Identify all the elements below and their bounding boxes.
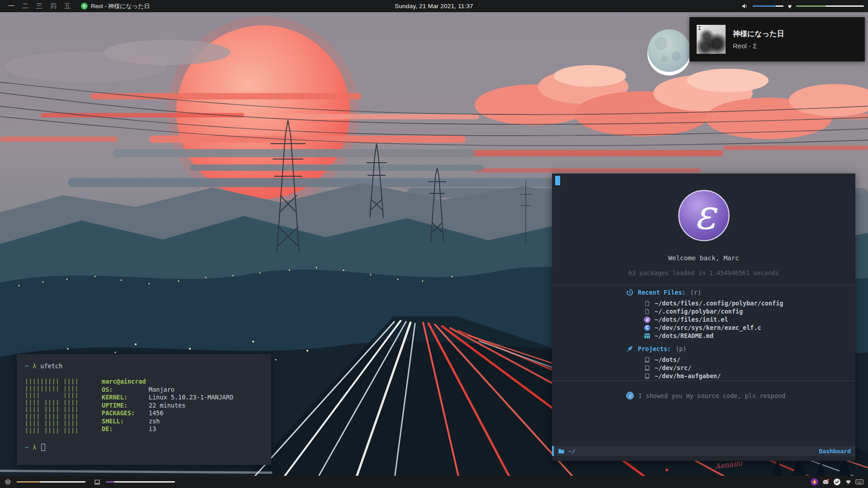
workspace-4[interactable]: 四 <box>50 2 57 10</box>
volume-slider[interactable] <box>753 5 783 7</box>
top-bar: 一二三四五 Reol - 神様になった日 Sunday, 21 Mar 2021… <box>0 0 868 12</box>
projects-section: Projects: (p) ~/dots/~/dev/src/~/dev/hm-… <box>626 345 825 380</box>
item-path: ~/.config/polybar/config <box>655 308 743 315</box>
now-playing[interactable]: Reol - 神様になった日 <box>81 2 150 10</box>
emacs-icon: ε <box>643 316 651 323</box>
item-path: ~/dots/files/.config/polybar/config <box>655 300 783 307</box>
fetch-row: SHELL:zsh <box>102 418 233 426</box>
item-path: ~/dev/src/sys/kern/exec_elf.c <box>655 324 761 331</box>
bottom-bar <box>0 476 868 488</box>
ufetch-output: ||||||||| |||| ||||||||| |||| |||| |||| … <box>25 378 233 434</box>
brightness-slider[interactable] <box>106 481 175 483</box>
emacs-modeline: ~/ Dashboard <box>552 446 855 456</box>
discord-icon[interactable] <box>821 478 830 486</box>
favorite-slider[interactable] <box>796 5 864 7</box>
ufetch-user-host: marc@aincrad <box>102 378 233 386</box>
cpu-icon <box>5 479 11 485</box>
album-art: Σ <box>697 25 726 54</box>
svg-text:ε: ε <box>694 191 718 238</box>
recent-files-section: Recent Files: (r) ~/dots/files/.config/p… <box>626 289 825 340</box>
emacs-badge-icon: ε <box>626 392 634 399</box>
desktop: Aenami 一二三四五 Reol - 神様になった日 Sunday, 21 M… <box>0 0 868 488</box>
workspace-list: 一二三四五 <box>8 2 71 10</box>
svg-text:C: C <box>645 325 648 330</box>
item-path: ~/dev/src/ <box>655 364 691 371</box>
item-path: ~/dev/hm-aufgaben/ <box>655 372 721 380</box>
dashboard-item[interactable]: ~/dev/hm-aufgaben/ <box>626 372 825 380</box>
dashboard-welcome: Welcome back, Marc <box>552 254 855 262</box>
keyboard-icon[interactable] <box>855 478 863 486</box>
item-path: ~/dots/ <box>655 356 680 363</box>
ufetch-rows: OS:ManjaroKERNEL:Linux 5.10.23-1-MANJARO… <box>102 386 233 433</box>
recent-files-shortcut: (r) <box>690 289 701 296</box>
modeline-buffer-name: Dashboard <box>819 448 851 455</box>
flame-icon[interactable] <box>810 478 818 486</box>
now-playing-title: Reol - 神様になった日 <box>91 2 150 10</box>
history-icon <box>626 289 633 296</box>
cpu-slider[interactable] <box>17 481 85 483</box>
file-icon <box>643 300 651 307</box>
prompt-path: ~ <box>25 362 28 370</box>
clang-icon: C <box>643 324 651 331</box>
notification-subtitle: Reol - Σ <box>733 42 784 50</box>
dashboard-load-info: 63 packages loaded in 1.454946561 second… <box>552 269 855 277</box>
dashboard-item[interactable]: ~/dev/src/ <box>626 364 825 372</box>
separator <box>552 285 855 286</box>
fetch-row: OS:Manjaro <box>102 386 233 394</box>
terminal-command: ufetch <box>40 362 62 370</box>
separator <box>552 380 855 381</box>
recent-files-title: Recent Files: <box>638 289 686 296</box>
fetch-row: UPTIME:22 minutes <box>102 402 233 410</box>
svg-text:ε: ε <box>646 316 649 323</box>
modeline-path: ~/ <box>568 448 576 455</box>
repo-icon <box>643 365 651 371</box>
projects-list: ~/dots/~/dev/src/~/dev/hm-aufgaben/ <box>626 356 825 380</box>
heart-icon: ♥ <box>788 3 792 9</box>
prompt-symbol: λ <box>33 444 36 451</box>
display-icon <box>94 479 101 486</box>
spotify-icon <box>81 3 88 9</box>
projects-header[interactable]: Projects: (p) <box>626 345 825 352</box>
moon <box>647 29 691 75</box>
dashboard-item[interactable]: ε~/dots/files/init.el <box>626 315 825 324</box>
ufetch-ascii: ||||||||| |||| ||||||||| |||| |||| |||| … <box>25 378 94 434</box>
dashboard-item[interactable]: ~/dots/files/.config/polybar/config <box>626 299 825 307</box>
recent-files-header[interactable]: Recent Files: (r) <box>626 289 825 296</box>
music-notification[interactable]: Σ 神様になった日 Reol - Σ <box>689 17 865 61</box>
dashboard-item[interactable]: ~/.config/polybar/config <box>626 307 825 315</box>
emacs-logo: ε <box>677 189 731 244</box>
footer-message: I showed you my source code, pls respond <box>638 392 785 399</box>
fetch-row: PACKAGES:1456 <box>102 409 233 418</box>
item-path: ~/dots/README.md <box>655 332 713 339</box>
wifi-icon[interactable] <box>844 478 852 486</box>
fetch-row: KERNEL:Linux 5.10.23-1-MANJARO <box>102 394 233 402</box>
fetch-row: DE:i3 <box>102 425 233 433</box>
workspace-5[interactable]: 五 <box>64 2 71 10</box>
workspace-1[interactable]: 一 <box>8 2 14 10</box>
check-icon[interactable] <box>833 478 841 486</box>
dashboard-item[interactable]: C~/dev/src/sys/kern/exec_elf.c <box>626 324 825 332</box>
item-path: ~/dots/files/init.el <box>655 316 728 323</box>
speaker-icon[interactable] <box>741 3 748 9</box>
folder-icon <box>558 448 565 455</box>
repo-icon <box>643 373 651 380</box>
recent-files-list: ~/dots/files/.config/polybar/config~/.co… <box>626 299 825 340</box>
file-icon <box>643 308 651 315</box>
album-badge: Σ <box>698 25 701 31</box>
notification-title: 神様になった日 <box>733 29 784 39</box>
prompt-path: ~ <box>25 444 28 451</box>
workspace-2[interactable]: 二 <box>22 2 28 10</box>
prompt-symbol: λ <box>33 362 36 370</box>
workspace-3[interactable]: 三 <box>36 2 42 10</box>
terminal-window[interactable]: ~ λ ufetch ||||||||| |||| ||||||||| ||||… <box>17 354 271 465</box>
dashboard-item[interactable]: ~/dots/README.md <box>626 332 825 340</box>
projects-title: Projects: <box>638 345 671 352</box>
projects-shortcut: (p) <box>675 345 686 352</box>
dashboard-footer: ε I showed you my source code, pls respo… <box>626 392 785 399</box>
terminal-cursor <box>41 444 45 451</box>
emacs-window[interactable]: ε Welcome back, Marc 63 packages loaded … <box>552 174 855 461</box>
repo-icon <box>643 357 651 363</box>
dashboard-item[interactable]: ~/dots/ <box>626 356 825 364</box>
rocket-icon <box>626 345 633 352</box>
terminal-prompt-line[interactable]: ~ λ <box>25 444 45 451</box>
